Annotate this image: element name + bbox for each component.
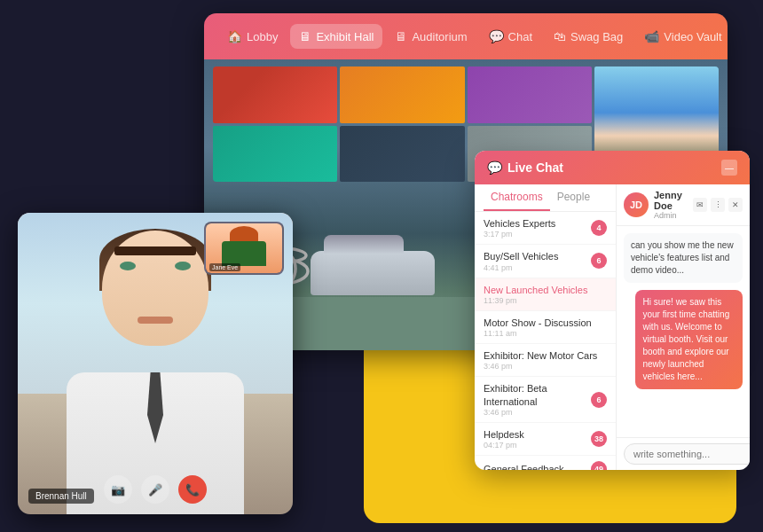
- chat-icon: 💬: [489, 29, 504, 43]
- car-photo-6: [340, 126, 464, 183]
- chatroom-item-5[interactable]: Exhibitor: Beta International 3:46 pm 6: [475, 377, 616, 423]
- chatrooms-panel: Chatrooms People Vehicles Experts 3:17 p…: [475, 184, 617, 470]
- chatroom-time-3: 11:11 am: [484, 329, 607, 338]
- car-photo-2: [340, 66, 464, 123]
- chat-title: Live Chat: [507, 160, 563, 175]
- chatroom-name-1: Buy/Sell Vehicles: [484, 250, 591, 262]
- live-chat-panel: 💬 Live Chat — Chatrooms People Vehicles …: [475, 151, 750, 470]
- camera-button[interactable]: 📷: [104, 475, 132, 504]
- car-photo-3: [468, 66, 592, 123]
- chatroom-item-7[interactable]: General Feedback 49: [475, 456, 616, 470]
- chatroom-badge-0: 4: [591, 220, 607, 236]
- messages-area: can you show me the new vehicle's featur…: [617, 226, 750, 437]
- user-name: Jenny Doe: [654, 190, 693, 211]
- thumb-label: Jane Eve: [209, 263, 240, 271]
- chatroom-name-3: Motor Show - Discussion: [484, 317, 607, 329]
- minimize-button[interactable]: —: [721, 160, 737, 176]
- home-icon: 🏠: [227, 29, 242, 43]
- car-photo-1: [213, 66, 337, 123]
- nav-item-lobby[interactable]: 🏠 Lobby: [218, 24, 287, 49]
- nav-item-video-vault[interactable]: 📹 Video Vault: [635, 24, 728, 49]
- chatroom-item-3[interactable]: Motor Show - Discussion 11:11 am: [475, 311, 616, 344]
- chat-body: Chatrooms People Vehicles Experts 3:17 p…: [475, 184, 750, 470]
- chatroom-badge-1: 6: [591, 253, 607, 269]
- chatroom-badge-5: 6: [591, 392, 607, 408]
- end-call-button[interactable]: 📞: [178, 475, 207, 504]
- silver-car: [311, 251, 435, 295]
- chatroom-time-4: 3:46 pm: [484, 362, 607, 371]
- nav-item-auditorium[interactable]: 🖥 Auditorium: [386, 24, 476, 49]
- chatroom-time-1: 4:41 pm: [484, 263, 591, 272]
- nav-item-chat[interactable]: 💬 Chat: [480, 24, 541, 49]
- exhibit-icon: 🖥: [299, 29, 311, 43]
- chat-header-title-area: 💬 Live Chat: [487, 160, 563, 175]
- nav-item-exhibit-hall[interactable]: 🖥 Exhibit Hall: [290, 24, 382, 49]
- chat-input[interactable]: [624, 443, 750, 465]
- chatroom-item-2[interactable]: New Launched Vehicles 11:39 pm: [475, 278, 616, 311]
- chatroom-item-1[interactable]: Buy/Sell Vehicles 4:41 pm 6: [475, 245, 616, 278]
- tab-people[interactable]: People: [550, 184, 597, 211]
- message-incoming-0: can you show me the new vehicle's featur…: [624, 233, 743, 283]
- chat-input-area: ➤: [617, 437, 750, 470]
- car-photo-5: [213, 126, 337, 183]
- chatroom-time-6: 04:17 pm: [484, 441, 591, 450]
- chat-action-btn-1[interactable]: ✉: [693, 198, 707, 212]
- chat-header: 💬 Live Chat —: [475, 151, 750, 184]
- swag-icon: 🛍: [554, 29, 566, 43]
- user-actions: ✉ ⋮ ✕: [693, 198, 743, 212]
- tab-chatrooms[interactable]: Chatrooms: [484, 184, 550, 211]
- auditorium-icon: 🖥: [395, 29, 407, 43]
- chatroom-name-2: New Launched Vehicles: [484, 284, 607, 296]
- message-outgoing-0: Hi sure! we saw this your first time cha…: [635, 290, 743, 389]
- chatroom-badge-7: 49: [591, 461, 607, 470]
- chat-close-btn[interactable]: ✕: [728, 198, 743, 212]
- video-main: Jane Eve Brennan Hull 📷 🎤 📞: [18, 213, 293, 514]
- video-icon: 📹: [644, 29, 659, 43]
- chatroom-badge-6: 38: [591, 431, 607, 447]
- person-head: [102, 231, 208, 346]
- messages-panel: JD Jenny Doe Admin ✉ ⋮ ✕ can you show me…: [617, 184, 750, 470]
- user-role: Admin: [654, 211, 693, 220]
- message-user-header: JD Jenny Doe Admin ✉ ⋮ ✕: [617, 184, 750, 226]
- video-thumbnail: Jane Eve: [204, 222, 284, 275]
- chatroom-name-6: Helpdesk: [484, 428, 591, 441]
- chatroom-item-6[interactable]: Helpdesk 04:17 pm 38: [475, 423, 616, 456]
- video-controls: 📷 🎤 📞: [18, 475, 293, 504]
- video-call-window: Jane Eve Brennan Hull 📷 🎤 📞: [18, 213, 293, 514]
- chatroom-list: Vehicles Experts 3:17 pm 4 Buy/Sell Vehi…: [475, 212, 616, 470]
- chatroom-name-7: General Feedback: [484, 463, 591, 470]
- nav-item-swag-bag[interactable]: 🛍 Swag Bag: [545, 24, 632, 49]
- chatroom-time-0: 3:17 pm: [484, 230, 591, 239]
- chat-header-controls: —: [721, 160, 737, 176]
- chatroom-item-4[interactable]: Exhibitor: New Motor Cars 3:46 pm: [475, 344, 616, 377]
- chatroom-name-5: Exhibitor: Beta International: [484, 382, 591, 408]
- user-info: Jenny Doe Admin: [654, 190, 693, 220]
- navigation-bar: 🏠 Lobby 🖥 Exhibit Hall 🖥 Auditorium 💬 Ch…: [204, 13, 728, 59]
- user-avatar: JD: [624, 192, 649, 217]
- chatroom-name-4: Exhibitor: New Motor Cars: [484, 349, 607, 362]
- chat-action-btn-2[interactable]: ⋮: [711, 198, 725, 212]
- mic-button[interactable]: 🎤: [141, 475, 169, 504]
- chatroom-name-0: Vehicles Experts: [484, 217, 591, 230]
- chatroom-item-0[interactable]: Vehicles Experts 3:17 pm 4: [475, 212, 616, 245]
- chat-tabs: Chatrooms People: [475, 184, 616, 212]
- chatroom-time-5: 3:46 pm: [484, 408, 591, 417]
- chatroom-time-2: 11:39 pm: [484, 296, 607, 305]
- chat-bubble-icon: 💬: [487, 160, 502, 175]
